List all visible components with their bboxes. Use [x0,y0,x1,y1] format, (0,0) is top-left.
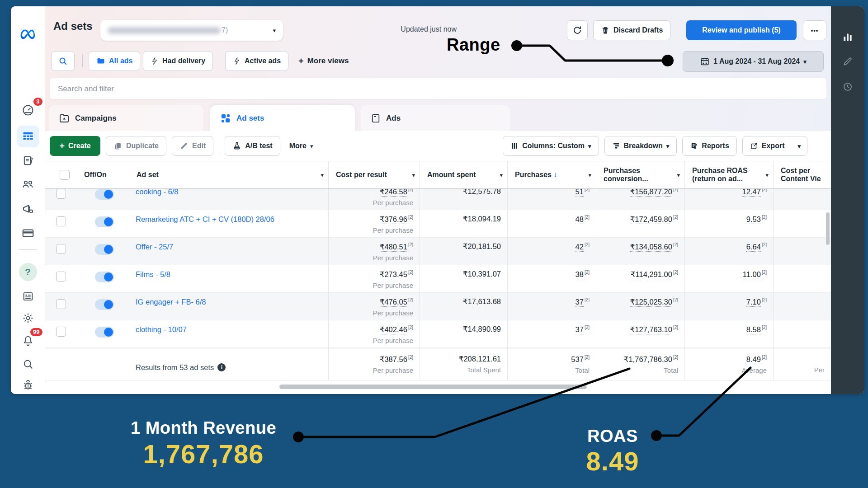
ad-set-name-link[interactable]: Remarketing ATC + CI + CV (180D) 28/06 [136,215,274,223]
ab-test-button[interactable]: A/B test [225,136,280,156]
results-spent-cell: ₹208,121.61 Total Spent [420,348,507,380]
reports-icon [690,142,698,150]
newspaper-icon [22,290,34,303]
table-row[interactable]: cooking - 6/8 ₹246.58[2] Per purchase ₹1… [45,189,831,210]
ad-set-toggle[interactable] [95,299,114,310]
row-checkbox[interactable] [56,272,66,282]
ad-set-name-link[interactable]: clothing - 10/07 [136,325,187,333]
col-off-on[interactable]: Off/On [77,161,132,188]
search-filter-button[interactable] [51,51,75,71]
date-range-picker[interactable]: 1 Aug 2024 - 31 Aug 2024 [683,51,824,72]
sidebar-item-ads-manager[interactable] [17,126,39,147]
table-toolbar: Create Duplicate Edit [45,131,831,161]
purchases-cell: 37[2] [507,320,596,347]
col-purchases[interactable]: Purchases↓ [507,161,596,188]
chevron-down-icon [588,171,591,179]
ad-set-name-link[interactable]: Films - 5/8 [136,270,170,278]
edit-button[interactable]: Edit [172,136,213,156]
row-checkbox[interactable] [56,299,66,309]
ad-set-name-link[interactable]: Offer - 25/7 [136,243,173,251]
amount-spent-cell: ₹20,181.50 [420,238,507,265]
sidebar-item-billing[interactable] [17,223,39,243]
tab-campaigns[interactable]: Campaigns [49,105,203,131]
insights-panel-button[interactable] [839,28,857,46]
table-row[interactable]: Films - 5/8 ₹273.45[2] Per purchase ₹10,… [45,265,831,293]
purchase-roas-cell: 11.00[2] [684,265,773,292]
purchases-conversion-cell: ₹134,058.60[2] [596,238,684,265]
refresh-button[interactable] [567,20,588,40]
ad-set-toggle[interactable] [95,216,114,227]
cost-per-result-cell: ₹402.46[2] Per purchase [328,320,420,347]
cost-per-result-cell: ₹476.05[2] Per purchase [328,293,420,320]
col-cost-per-content-view[interactable]: Cost per Content Vie [773,161,831,188]
duplicate-button[interactable]: Duplicate [106,136,166,156]
table-row[interactable]: Offer - 25/7 ₹480.51[2] Per purchase ₹20… [45,238,831,265]
ad-set-name-link[interactable]: cooking - 6/8 [136,189,178,196]
results-tail-cell: Per [773,348,831,380]
sidebar-item-report-bug[interactable] [17,375,39,394]
col-purchase-roas[interactable]: Purchase ROAS (return on ad... [684,161,773,188]
more-options-button[interactable] [803,20,826,40]
ad-set-toggle[interactable] [95,272,114,282]
meta-logo[interactable] [17,24,39,44]
select-all-checkbox[interactable] [60,170,70,180]
gear-icon [22,312,34,324]
purchase-roas-cell: 7.10[2] [684,293,773,320]
more-menu-button[interactable]: More [289,142,313,150]
plus-icon [59,141,65,151]
view-active-ads[interactable]: Active ads [225,51,288,71]
ads-page-icon [371,113,381,123]
export-button[interactable]: Export [742,136,807,156]
sidebar-item-notifications[interactable]: 99 [17,331,39,351]
ad-set-name-link[interactable]: IG engager + FB- 6/8 [136,298,206,306]
info-icon[interactable] [217,363,226,371]
col-ad-set[interactable]: Ad set [132,161,328,188]
export-dropdown[interactable] [791,136,807,156]
edit-panel-button[interactable] [839,52,857,70]
review-and-publish-button[interactable]: Review and publish (5) [686,20,797,40]
row-checkbox[interactable] [56,327,66,337]
breakdown-button[interactable]: Breakdown [604,136,677,156]
reports-button[interactable]: Reports [682,136,736,156]
search-and-filter-input[interactable] [50,78,826,99]
sidebar-item-account-overview[interactable]: 3 [17,100,39,120]
col-amount-spent[interactable]: Amount spent [420,161,507,188]
table-row[interactable]: Remarketing ATC + CI + CV (180D) 28/06 ₹… [45,210,831,238]
discard-drafts-button[interactable]: Discard Drafts [593,20,670,40]
horizontal-scrollbar[interactable] [279,385,587,389]
amount-spent-cell: ₹17,613.68 [420,293,507,320]
col-cost-per-result[interactable]: Cost per result [328,161,420,188]
history-panel-button[interactable] [839,78,857,96]
sidebar-item-pages[interactable] [17,151,39,171]
table-row[interactable]: IG engager + FB- 6/8 ₹476.05[2] Per purc… [45,293,831,320]
create-button[interactable]: Create [50,136,100,156]
sidebar-item-audiences[interactable] [17,174,39,194]
vertical-scrollbar[interactable] [826,212,830,245]
purchase-roas-cell: 6.64[2] [684,238,773,265]
plus-icon [298,56,304,66]
view-all-ads[interactable]: All ads [89,51,140,71]
col-purchases-conversion[interactable]: Purchases conversion... [596,161,684,188]
ad-set-toggle[interactable] [95,327,114,338]
sidebar-item-settings[interactable] [17,308,39,328]
tab-ad-sets[interactable]: Ad sets [210,105,355,131]
ad-set-toggle[interactable] [95,244,114,255]
tab-ads[interactable]: Ads [361,105,510,131]
columns-button[interactable]: Columns: Custom [503,136,599,156]
row-checkbox[interactable] [56,244,66,254]
sidebar-item-advertise[interactable] [17,199,39,219]
ad-sets-grid-icon [220,113,231,124]
ad-set-toggle[interactable] [95,189,114,200]
table-row[interactable]: clothing - 10/07 ₹402.46[2] Per purchase… [45,320,831,348]
sidebar-item-news[interactable] [17,286,39,306]
more-views-button[interactable]: More views [298,51,349,71]
row-checkbox[interactable] [56,189,66,199]
results-conversion-cell: ₹1,767,786.30[2] Total [596,348,684,380]
account-dropdown[interactable]: 7) [100,20,283,41]
search-icon [22,358,34,371]
chevron-down-icon [500,171,503,179]
sidebar-item-search[interactable] [17,354,39,374]
row-checkbox[interactable] [56,216,66,226]
view-had-delivery[interactable]: Had delivery [143,51,213,71]
sidebar-item-help[interactable]: ? [17,262,39,282]
